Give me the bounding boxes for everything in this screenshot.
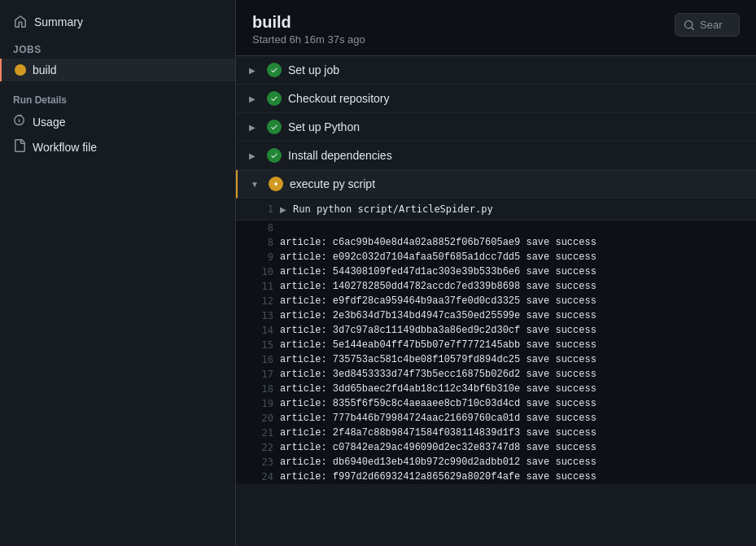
step-row-execute-py[interactable]: ▼ execute py script bbox=[236, 170, 756, 199]
search-placeholder: Sear bbox=[700, 19, 722, 31]
log-line: 9article: e092c032d7104afaa50f685a1dcc7d… bbox=[236, 250, 756, 264]
log-line-number: 12 bbox=[249, 295, 273, 307]
log-line-text: article: 3dd65baec2fd4ab18c112c34bf6b310… bbox=[280, 383, 596, 395]
step-status-spinning bbox=[269, 177, 283, 191]
log-line-number: 16 bbox=[249, 354, 273, 365]
log-line-text: article: 2f48a7c88b98471584f038114839d1f… bbox=[280, 427, 596, 439]
step-status-success bbox=[267, 120, 282, 134]
log-line-text: article: c6ac99b40e8d4a02a8852f06b7605ae… bbox=[280, 237, 596, 248]
search-box[interactable]: Sear bbox=[675, 13, 740, 37]
step-name: Set up job bbox=[288, 63, 339, 76]
home-icon bbox=[13, 15, 28, 29]
step-name: Install dependencies bbox=[288, 149, 392, 162]
main-content: build Started 6h 16m 37s ago Sear ▶ Set … bbox=[236, 0, 756, 546]
build-subtitle: Started 6h 16m 37s ago bbox=[252, 33, 365, 46]
log-line-number: 15 bbox=[249, 339, 273, 351]
log-line-text: article: db6940ed13eb410b972c990d2adbb01… bbox=[280, 456, 596, 468]
log-line: 21article: 2f48a7c88b98471584f038114839d… bbox=[236, 426, 756, 440]
chevron-right-icon: ▶ bbox=[249, 151, 260, 160]
log-line-text: article: 3ed8453333d74f73b5ecc16875b026d… bbox=[280, 369, 596, 380]
log-line: 8article: c6ac99b40e8d4a02a8852f06b7605a… bbox=[236, 235, 756, 250]
build-status-dot bbox=[15, 64, 26, 76]
log-line-text: article: e092c032d7104afaa50f685a1dcc7dd… bbox=[280, 251, 596, 263]
file-icon bbox=[13, 139, 26, 155]
log-line-number: 1 bbox=[249, 203, 273, 215]
usage-label: Usage bbox=[33, 116, 65, 129]
log-line-number: 22 bbox=[249, 442, 273, 453]
svg-point-0 bbox=[274, 182, 277, 186]
log-line: 14article: 3d7c97a8c11149dbba3a86ed9c2d3… bbox=[236, 323, 756, 338]
log-line: 23article: db6940ed13eb410b972c990d2adbb… bbox=[236, 455, 756, 470]
step-status-success bbox=[267, 91, 282, 106]
log-line-number: 11 bbox=[249, 281, 273, 292]
log-line: 16article: 735753ac581c4be08f10579fd894d… bbox=[236, 352, 756, 367]
build-job-label: build bbox=[33, 63, 57, 76]
step-status-success bbox=[267, 63, 282, 77]
log-line: 10article: 544308109fed47d1ac303e39b533b… bbox=[236, 264, 756, 279]
step-name: Set up Python bbox=[288, 120, 360, 133]
sidebar-item-workflow-file[interactable]: Workflow file bbox=[0, 134, 235, 159]
log-container: 1 ▶ Run python script/ArticleSpider.py 8… bbox=[236, 199, 756, 484]
log-line: 13article: 2e3b634d7b134bd4947ca350ed255… bbox=[236, 308, 756, 323]
log-line-text: article: 2e3b634d7b134bd4947ca350ed25599… bbox=[280, 310, 596, 321]
log-line-number: 14 bbox=[249, 325, 273, 336]
log-line: 24article: f997d2d66932412a865629a8020f4… bbox=[236, 470, 756, 484]
log-line-number: 23 bbox=[249, 456, 273, 468]
log-line-number: 19 bbox=[249, 398, 273, 409]
chevron-right-icon: ▶ bbox=[249, 94, 260, 103]
log-line-blank: 8 bbox=[236, 221, 756, 235]
run-details-section-label: Run details bbox=[0, 81, 235, 109]
sidebar: Summary Jobs build Run details Usage Wor… bbox=[0, 0, 236, 546]
steps-container: ▶ Set up job ▶ Checkout repository ▶ Set… bbox=[236, 56, 756, 546]
play-icon: ▶ bbox=[280, 205, 286, 214]
log-line: 15article: 5e144eab04ff47b5b07e7f7772145… bbox=[236, 338, 756, 352]
sidebar-item-summary[interactable]: Summary bbox=[0, 10, 235, 34]
log-line-text: article: 777b446b79984724aac21669760ca01… bbox=[280, 413, 596, 424]
log-text bbox=[280, 222, 286, 234]
log-line-number: 8 bbox=[249, 222, 273, 234]
log-line-text: article: 5e144eab04ff47b5b07e7f7772145ab… bbox=[280, 339, 596, 351]
log-line: 19article: 8355f6f59c8c4aeaaee8cb710c03d… bbox=[236, 396, 756, 411]
log-command-row[interactable]: 1 ▶ Run python script/ArticleSpider.py bbox=[236, 199, 756, 221]
log-line-number: 17 bbox=[249, 369, 273, 380]
workflow-file-label: Workflow file bbox=[33, 141, 97, 154]
log-line-text: article: c07842ea29ac496090d2ec32e83747d… bbox=[280, 442, 596, 453]
log-line-text: article: f997d2d66932412a865629a8020f4af… bbox=[280, 471, 596, 483]
log-line-number: 21 bbox=[249, 427, 273, 439]
sidebar-item-usage[interactable]: Usage bbox=[0, 109, 235, 134]
log-line-text: article: 8355f6f59c8c4aeaaee8cb710c03d4c… bbox=[280, 398, 596, 409]
stopwatch-icon bbox=[13, 114, 26, 129]
step-status-success bbox=[267, 148, 282, 163]
search-icon bbox=[684, 20, 695, 31]
log-line-number: 8 bbox=[249, 237, 273, 248]
log-line-text: article: e9fdf28ca959464b9aa37fe0d0cd332… bbox=[280, 295, 596, 307]
main-header: build Started 6h 16m 37s ago Sear bbox=[236, 0, 756, 56]
build-title: build bbox=[252, 13, 365, 32]
log-line-text: article: 544308109fed47d1ac303e39b533b6e… bbox=[280, 266, 596, 277]
log-line-text: article: 1402782850dd4782accdc7ed339b869… bbox=[280, 281, 596, 292]
log-line-number: 13 bbox=[249, 310, 273, 321]
log-line-text: article: 3d7c97a8c11149dbba3a86ed9c2d30c… bbox=[280, 325, 596, 336]
log-lines: 8article: c6ac99b40e8d4a02a8852f06b7605a… bbox=[236, 235, 756, 484]
step-row-setup-python[interactable]: ▶ Set up Python bbox=[236, 113, 756, 142]
step-row-install-deps[interactable]: ▶ Install dependencies bbox=[236, 142, 756, 170]
log-line-text: article: 735753ac581c4be08f10579fd894dc2… bbox=[280, 354, 596, 365]
log-line-number: 24 bbox=[249, 471, 273, 483]
build-info: build Started 6h 16m 37s ago bbox=[252, 13, 365, 46]
log-line-number: 20 bbox=[249, 413, 273, 424]
chevron-right-icon: ▶ bbox=[249, 123, 260, 132]
steps-list: ▶ Set up job ▶ Checkout repository ▶ Set… bbox=[236, 56, 756, 199]
log-line-number: 10 bbox=[249, 266, 273, 277]
log-line-number: 18 bbox=[249, 383, 273, 395]
chevron-down-icon: ▼ bbox=[251, 180, 262, 189]
log-line: 12article: e9fdf28ca959464b9aa37fe0d0cd3… bbox=[236, 294, 756, 308]
step-row-checkout[interactable]: ▶ Checkout repository bbox=[236, 85, 756, 113]
sidebar-item-build[interactable]: build bbox=[0, 59, 235, 81]
step-row-setup-job[interactable]: ▶ Set up job bbox=[236, 56, 756, 85]
step-name-execute: execute py script bbox=[290, 177, 375, 190]
log-line: 11article: 1402782850dd4782accdc7ed339b8… bbox=[236, 279, 756, 294]
chevron-right-icon: ▶ bbox=[249, 66, 260, 75]
step-name: Checkout repository bbox=[288, 92, 390, 105]
jobs-section-label: Jobs bbox=[0, 34, 235, 59]
log-line-number: 9 bbox=[249, 251, 273, 263]
